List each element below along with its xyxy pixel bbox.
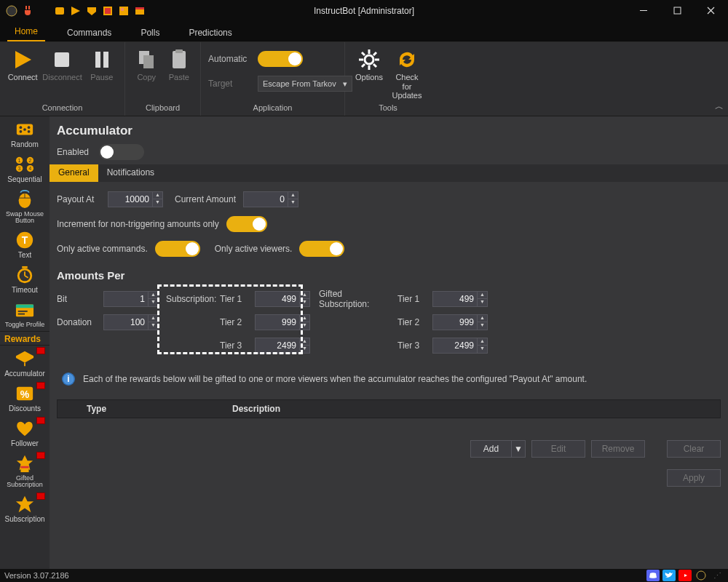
options-button[interactable]: Options (352, 45, 386, 82)
twitter-icon[interactable] (662, 570, 676, 581)
tb-icon-3[interactable] (86, 5, 98, 17)
resize-grip-icon[interactable]: ⋰ (711, 570, 724, 581)
svg-rect-7 (640, 10, 647, 11)
nav-accumulator[interactable]: Accumulator (0, 346, 50, 380)
nav-subscription[interactable]: Subscription (0, 491, 50, 526)
close-button[interactable] (695, 0, 728, 22)
spin-up-icon[interactable]: ▲ (153, 192, 162, 199)
spin-up-icon[interactable]: ▲ (478, 338, 487, 346)
connect-button[interactable]: Connect (7, 45, 38, 82)
tab-predictions[interactable]: Predictions (181, 23, 239, 41)
donation-input[interactable]: 100▲▼ (103, 314, 159, 330)
spin-down-icon[interactable]: ▼ (149, 299, 158, 306)
nav-toggle-profile[interactable]: Toggle Profile (0, 297, 50, 331)
app-icon (6, 5, 17, 17)
svg-rect-10 (95, 52, 100, 68)
clear-button[interactable]: Clear (667, 440, 721, 458)
increment-label: Increment for non-triggering amounts onl… (57, 219, 219, 229)
tier3-label: Tier 3 (220, 340, 249, 351)
tb-icon-4[interactable] (102, 5, 114, 17)
check-updates-button[interactable]: Check for Updates (390, 45, 424, 100)
add-dropdown[interactable]: ▼ (511, 440, 526, 458)
spin-up-icon[interactable]: ▲ (478, 315, 487, 322)
tab-polls[interactable]: Polls (133, 23, 167, 41)
nav-timeout[interactable]: Timeout (0, 262, 50, 297)
spin-down-icon[interactable]: ▼ (478, 346, 487, 353)
spin-down-icon[interactable]: ▼ (478, 322, 487, 330)
disconnect-button[interactable]: Disconnect (42, 45, 82, 82)
spin-up-icon[interactable]: ▲ (149, 292, 158, 299)
spin-up-icon[interactable]: ▲ (288, 192, 298, 199)
spin-down-icon[interactable]: ▼ (300, 299, 309, 306)
spin-down-icon[interactable]: ▼ (478, 299, 487, 306)
svg-rect-11 (103, 52, 108, 68)
ribbon-group-clipboard: Clipboard (132, 102, 193, 114)
bit-input[interactable]: 1▲▼ (103, 291, 159, 307)
nav-random[interactable]: Random (0, 116, 50, 151)
version-text: Version 3.07.2186 (4, 571, 69, 580)
nav-rewards-header: Rewards (0, 331, 50, 346)
nav-sequential[interactable]: 1234 Sequential (0, 151, 50, 186)
edit-button[interactable]: Edit (531, 440, 585, 458)
spin-down-icon[interactable]: ▼ (153, 199, 162, 207)
apply-button[interactable]: Apply (667, 469, 721, 487)
spin-up-icon[interactable]: ▲ (300, 338, 309, 346)
gift-tier3-input[interactable]: 2499▲▼ (432, 338, 488, 354)
tb-icon-2[interactable] (70, 5, 82, 17)
gift-tier1-input[interactable]: 499▲▼ (432, 291, 488, 307)
gifted-header: Gifted Subscription: (319, 289, 392, 309)
payout-at-input[interactable]: 10000▲▼ (108, 191, 163, 207)
minimize-button[interactable] (628, 0, 661, 22)
youtube-icon[interactable] (678, 570, 692, 581)
tb-icon-1[interactable] (54, 5, 66, 17)
copy-label: Copy (137, 73, 156, 82)
discord-icon[interactable] (646, 570, 660, 581)
subtab-general[interactable]: General (50, 164, 98, 182)
automatic-toggle[interactable] (258, 51, 303, 67)
svg-point-16 (365, 55, 373, 64)
pause-button[interactable]: Pause (87, 45, 117, 82)
nav-discounts[interactable]: % Discounts (0, 380, 50, 415)
status-logo-icon[interactable] (695, 570, 708, 581)
tb-icon-6[interactable] (134, 5, 146, 17)
sub-tier2-input[interactable]: 999▲▼ (255, 314, 310, 330)
spin-down-icon[interactable]: ▼ (300, 322, 309, 330)
only-commands-toggle[interactable] (155, 241, 200, 257)
spin-up-icon[interactable]: ▲ (149, 315, 158, 322)
tier2-label: Tier 2 (220, 317, 249, 327)
spin-down-icon[interactable]: ▼ (149, 322, 158, 330)
spin-down-icon[interactable]: ▼ (300, 346, 309, 353)
subtab-notifications[interactable]: Notifications (98, 164, 163, 182)
check-updates-label: Check for Updates (390, 73, 424, 100)
info-icon: i (61, 372, 76, 386)
paste-button[interactable]: Paste (165, 45, 194, 82)
amounts-per-title: Amounts Per (57, 265, 721, 283)
nav-gifted-subscription[interactable]: Gifted Subscription (0, 450, 50, 491)
tab-commands[interactable]: Commands (60, 23, 119, 41)
only-viewers-toggle[interactable] (299, 241, 344, 257)
svg-rect-8 (674, 7, 681, 14)
tb-icon-5[interactable] (118, 5, 130, 17)
spin-up-icon[interactable]: ▲ (300, 292, 309, 299)
remove-button[interactable]: Remove (591, 440, 645, 458)
nav-swap-mouse[interactable]: Swap Mouse Button (0, 186, 50, 227)
increment-toggle[interactable] (226, 216, 267, 232)
gift-tier2-input[interactable]: 999▲▼ (432, 314, 488, 330)
target-combo[interactable]: Escape From Tarkov ▾ (258, 76, 352, 92)
spin-up-icon[interactable]: ▲ (300, 315, 309, 322)
maximize-button[interactable] (661, 0, 695, 22)
nav-follower[interactable]: Follower (0, 415, 50, 450)
sub-tier1-input[interactable]: 499▲▼ (255, 291, 310, 307)
nav-text[interactable]: T Text (0, 227, 50, 262)
sub-tier3-input[interactable]: 2499▲▼ (255, 338, 310, 354)
ribbon-collapse[interactable]: ︿ (715, 100, 724, 113)
gift-tier1-label: Tier 1 (397, 294, 427, 304)
copy-button[interactable]: Copy (132, 45, 161, 82)
tab-home[interactable]: Home (7, 22, 45, 41)
spin-down-icon[interactable]: ▼ (288, 199, 298, 207)
target-value: Escape From Tarkov (263, 79, 336, 88)
enabled-toggle[interactable] (99, 144, 144, 160)
current-amount-input[interactable]: 0▲▼ (243, 191, 298, 207)
spin-up-icon[interactable]: ▲ (478, 292, 487, 299)
add-button[interactable]: Add (470, 440, 511, 458)
